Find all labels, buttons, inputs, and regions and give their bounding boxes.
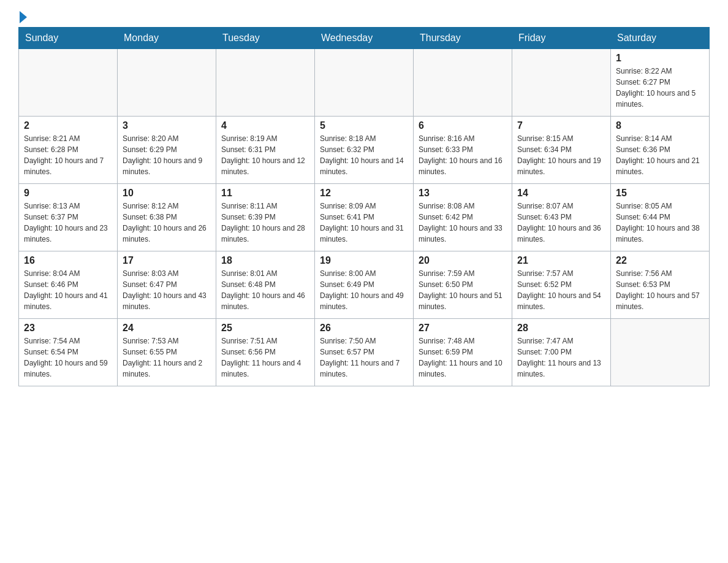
day-info: Sunrise: 8:04 AM Sunset: 6:46 PM Dayligh… xyxy=(24,268,112,312)
day-number: 8 xyxy=(616,120,704,131)
calendar-header: SundayMondayTuesdayWednesdayThursdayFrid… xyxy=(19,28,710,49)
day-number: 6 xyxy=(419,120,507,131)
day-number: 13 xyxy=(419,188,507,199)
calendar-week-row: 2Sunrise: 8:21 AM Sunset: 6:28 PM Daylig… xyxy=(19,117,710,184)
day-info: Sunrise: 8:13 AM Sunset: 6:37 PM Dayligh… xyxy=(24,201,112,245)
day-info: Sunrise: 8:14 AM Sunset: 6:36 PM Dayligh… xyxy=(616,133,704,177)
day-info: Sunrise: 8:09 AM Sunset: 6:41 PM Dayligh… xyxy=(320,201,408,245)
day-info: Sunrise: 7:54 AM Sunset: 6:54 PM Dayligh… xyxy=(24,335,112,380)
calendar-cell xyxy=(19,49,118,117)
day-number: 20 xyxy=(419,255,507,266)
calendar-cell: 23Sunrise: 7:54 AM Sunset: 6:54 PM Dayli… xyxy=(19,319,118,386)
calendar-cell: 25Sunrise: 7:51 AM Sunset: 6:56 PM Dayli… xyxy=(216,319,315,386)
day-info: Sunrise: 8:20 AM Sunset: 6:29 PM Dayligh… xyxy=(123,133,211,177)
calendar-cell: 26Sunrise: 7:50 AM Sunset: 6:57 PM Dayli… xyxy=(315,319,414,386)
page-header xyxy=(18,12,710,21)
day-number: 27 xyxy=(419,323,507,334)
day-number: 19 xyxy=(320,255,408,266)
calendar-cell: 6Sunrise: 8:16 AM Sunset: 6:33 PM Daylig… xyxy=(414,117,512,184)
day-info: Sunrise: 8:18 AM Sunset: 6:32 PM Dayligh… xyxy=(320,133,408,177)
weekday-header-row: SundayMondayTuesdayWednesdayThursdayFrid… xyxy=(19,28,710,49)
calendar-cell: 11Sunrise: 8:11 AM Sunset: 6:39 PM Dayli… xyxy=(216,184,315,251)
calendar-week-row: 16Sunrise: 8:04 AM Sunset: 6:46 PM Dayli… xyxy=(19,251,710,319)
calendar-cell: 7Sunrise: 8:15 AM Sunset: 6:34 PM Daylig… xyxy=(512,117,611,184)
day-number: 15 xyxy=(616,188,704,199)
day-info: Sunrise: 7:56 AM Sunset: 6:53 PM Dayligh… xyxy=(616,268,704,312)
day-info: Sunrise: 8:12 AM Sunset: 6:38 PM Dayligh… xyxy=(123,201,211,245)
calendar-cell xyxy=(216,49,315,117)
calendar-cell: 4Sunrise: 8:19 AM Sunset: 6:31 PM Daylig… xyxy=(216,117,315,184)
day-info: Sunrise: 7:51 AM Sunset: 6:56 PM Dayligh… xyxy=(221,335,309,380)
calendar-cell: 5Sunrise: 8:18 AM Sunset: 6:32 PM Daylig… xyxy=(315,117,414,184)
day-info: Sunrise: 7:53 AM Sunset: 6:55 PM Dayligh… xyxy=(123,335,211,380)
day-info: Sunrise: 7:48 AM Sunset: 6:59 PM Dayligh… xyxy=(419,335,507,380)
day-number: 10 xyxy=(123,188,211,199)
day-number: 22 xyxy=(616,255,704,266)
calendar-cell: 12Sunrise: 8:09 AM Sunset: 6:41 PM Dayli… xyxy=(315,184,414,251)
day-info: Sunrise: 8:05 AM Sunset: 6:44 PM Dayligh… xyxy=(616,201,704,245)
weekday-header-saturday: Saturday xyxy=(611,28,710,49)
day-info: Sunrise: 8:15 AM Sunset: 6:34 PM Dayligh… xyxy=(517,133,605,177)
day-number: 18 xyxy=(221,255,309,266)
calendar-cell: 2Sunrise: 8:21 AM Sunset: 6:28 PM Daylig… xyxy=(19,117,118,184)
day-info: Sunrise: 7:59 AM Sunset: 6:50 PM Dayligh… xyxy=(419,268,507,312)
calendar-cell: 18Sunrise: 8:01 AM Sunset: 6:48 PM Dayli… xyxy=(216,251,315,319)
calendar-cell: 3Sunrise: 8:20 AM Sunset: 6:29 PM Daylig… xyxy=(118,117,216,184)
calendar-cell: 15Sunrise: 8:05 AM Sunset: 6:44 PM Dayli… xyxy=(611,184,710,251)
day-number: 12 xyxy=(320,188,408,199)
day-info: Sunrise: 8:07 AM Sunset: 6:43 PM Dayligh… xyxy=(517,201,605,245)
day-number: 21 xyxy=(517,255,605,266)
day-number: 4 xyxy=(221,120,309,131)
calendar-week-row: 9Sunrise: 8:13 AM Sunset: 6:37 PM Daylig… xyxy=(19,184,710,251)
calendar-table: SundayMondayTuesdayWednesdayThursdayFrid… xyxy=(18,27,710,386)
calendar-cell: 27Sunrise: 7:48 AM Sunset: 6:59 PM Dayli… xyxy=(414,319,512,386)
day-number: 11 xyxy=(221,188,309,199)
day-info: Sunrise: 8:16 AM Sunset: 6:33 PM Dayligh… xyxy=(419,133,507,177)
day-number: 9 xyxy=(24,188,112,199)
weekday-header-friday: Friday xyxy=(512,28,611,49)
weekday-header-sunday: Sunday xyxy=(19,28,118,49)
day-info: Sunrise: 7:50 AM Sunset: 6:57 PM Dayligh… xyxy=(320,335,408,380)
weekday-header-tuesday: Tuesday xyxy=(216,28,315,49)
calendar-cell: 22Sunrise: 7:56 AM Sunset: 6:53 PM Dayli… xyxy=(611,251,710,319)
calendar-cell xyxy=(512,49,611,117)
calendar-body: 1Sunrise: 8:22 AM Sunset: 6:27 PM Daylig… xyxy=(19,49,710,386)
day-info: Sunrise: 8:11 AM Sunset: 6:39 PM Dayligh… xyxy=(221,201,309,245)
day-number: 7 xyxy=(517,120,605,131)
day-number: 2 xyxy=(24,120,112,131)
day-number: 23 xyxy=(24,323,112,334)
calendar-cell: 1Sunrise: 8:22 AM Sunset: 6:27 PM Daylig… xyxy=(611,49,710,117)
weekday-header-wednesday: Wednesday xyxy=(315,28,414,49)
calendar-week-row: 23Sunrise: 7:54 AM Sunset: 6:54 PM Dayli… xyxy=(19,319,710,386)
day-info: Sunrise: 8:21 AM Sunset: 6:28 PM Dayligh… xyxy=(24,133,112,177)
calendar-cell: 14Sunrise: 8:07 AM Sunset: 6:43 PM Dayli… xyxy=(512,184,611,251)
day-number: 25 xyxy=(221,323,309,334)
calendar-week-row: 1Sunrise: 8:22 AM Sunset: 6:27 PM Daylig… xyxy=(19,49,710,117)
calendar-cell: 10Sunrise: 8:12 AM Sunset: 6:38 PM Dayli… xyxy=(118,184,216,251)
weekday-header-monday: Monday xyxy=(118,28,216,49)
calendar-cell: 8Sunrise: 8:14 AM Sunset: 6:36 PM Daylig… xyxy=(611,117,710,184)
calendar-cell xyxy=(611,319,710,386)
calendar-cell: 9Sunrise: 8:13 AM Sunset: 6:37 PM Daylig… xyxy=(19,184,118,251)
day-number: 24 xyxy=(123,323,211,334)
day-number: 3 xyxy=(123,120,211,131)
calendar-cell xyxy=(118,49,216,117)
calendar-cell: 16Sunrise: 8:04 AM Sunset: 6:46 PM Dayli… xyxy=(19,251,118,319)
weekday-header-thursday: Thursday xyxy=(414,28,512,49)
day-info: Sunrise: 8:03 AM Sunset: 6:47 PM Dayligh… xyxy=(123,268,211,312)
calendar-cell: 20Sunrise: 7:59 AM Sunset: 6:50 PM Dayli… xyxy=(414,251,512,319)
day-info: Sunrise: 8:22 AM Sunset: 6:27 PM Dayligh… xyxy=(616,66,704,110)
day-number: 5 xyxy=(320,120,408,131)
calendar-cell: 28Sunrise: 7:47 AM Sunset: 7:00 PM Dayli… xyxy=(512,319,611,386)
logo-arrow-icon xyxy=(20,11,27,23)
day-number: 14 xyxy=(517,188,605,199)
day-number: 17 xyxy=(123,255,211,266)
day-number: 26 xyxy=(320,323,408,334)
calendar-cell: 19Sunrise: 8:00 AM Sunset: 6:49 PM Dayli… xyxy=(315,251,414,319)
day-info: Sunrise: 7:47 AM Sunset: 7:00 PM Dayligh… xyxy=(517,335,605,380)
day-info: Sunrise: 8:08 AM Sunset: 6:42 PM Dayligh… xyxy=(419,201,507,245)
day-number: 28 xyxy=(517,323,605,334)
calendar-cell: 13Sunrise: 8:08 AM Sunset: 6:42 PM Dayli… xyxy=(414,184,512,251)
day-number: 16 xyxy=(24,255,112,266)
day-info: Sunrise: 7:57 AM Sunset: 6:52 PM Dayligh… xyxy=(517,268,605,312)
